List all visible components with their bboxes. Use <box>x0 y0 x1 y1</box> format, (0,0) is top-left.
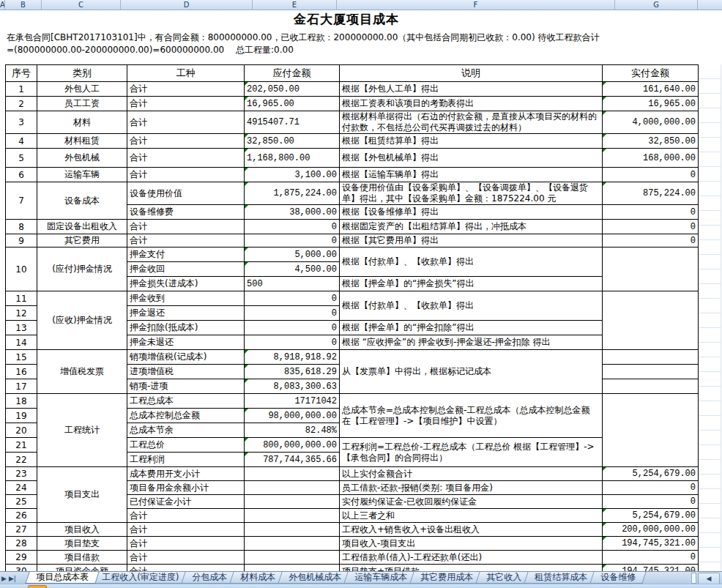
cell-description[interactable]: 根据【运输车辆单】得出 <box>340 168 603 182</box>
column-letter-G[interactable]: G <box>615 0 698 10</box>
cell-row-number[interactable]: 4 <box>6 134 37 149</box>
cell-description[interactable]: 根据【设备维修单】得出 <box>340 205 603 220</box>
cell-amount-payable[interactable]: 82.48% <box>245 423 340 438</box>
cell-worktype[interactable]: 总成本节余 <box>127 423 245 438</box>
cell-amount-paid[interactable]: 0 <box>603 168 699 182</box>
cell-category[interactable]: 设备成本 <box>37 182 127 220</box>
cell-worktype[interactable]: 押金支付 <box>127 248 245 262</box>
cell-row-number[interactable]: 25 <box>6 495 37 509</box>
cell-category[interactable]: 项目支出 <box>37 467 127 523</box>
cell-row-number[interactable]: 22 <box>6 453 37 467</box>
cell-category[interactable]: 员工工资 <box>37 97 127 111</box>
cell-amount-paid[interactable]: 0 <box>603 481 699 495</box>
sheet-tab-项目总成本表[interactable]: 项目总成本表 <box>25 572 99 584</box>
cell-category[interactable]: (应付)押金情况 <box>37 248 127 291</box>
cell-amount-payable[interactable]: 8,918,918.92 <box>245 350 340 365</box>
cell-row-number[interactable]: 14 <box>6 335 37 350</box>
cell-amount-paid[interactable]: 0 <box>603 220 699 234</box>
cell-amount-payable[interactable]: 202,050.00 <box>245 82 340 97</box>
cell-description[interactable]: 项目收入-项目支出 <box>340 537 603 551</box>
cell-row-number[interactable]: 16 <box>6 365 37 379</box>
cell-worktype[interactable]: 合计 <box>127 220 245 234</box>
cell-worktype[interactable]: 进项增值税 <box>127 365 245 379</box>
cell-description[interactable]: 根据【押金单】的“押金损失”得出 <box>340 277 603 291</box>
cell-worktype[interactable]: 工程利润 <box>127 453 245 467</box>
contract-summary-cell[interactable]: 在承包合同[CBHT2017103101]中，有合同金额：800000000.0… <box>5 28 698 64</box>
cell-amount-paid[interactable]: 0 <box>603 205 699 220</box>
cell-amount-payable[interactable]: 4,500.00 <box>245 262 340 277</box>
cell-description[interactable]: 根据【其它费用单】得出 <box>340 234 603 248</box>
cell-amount-payable[interactable]: 0 <box>245 234 340 248</box>
cell-row-number[interactable]: 21 <box>6 438 37 453</box>
cell-worktype[interactable]: 押金收回 <box>127 262 245 277</box>
cell-amount-payable[interactable]: 8,083,300.63 <box>245 379 340 394</box>
tabs-scroll-last-icon[interactable]: ▶| <box>9 575 16 582</box>
cell-category[interactable]: (应收)押金情况 <box>37 291 127 350</box>
cell-worktype[interactable]: 设备维修费 <box>127 205 245 220</box>
cell-amount-payable[interactable]: 98,000,000.00 <box>245 409 340 423</box>
empty-grid-area[interactable] <box>699 64 721 571</box>
cell-row-number[interactable]: 29 <box>6 551 37 565</box>
cell-amount-payable[interactable]: 32,850.00 <box>245 134 340 149</box>
column-letter-A[interactable]: A <box>0 0 5 10</box>
cell-category[interactable]: 其它费用 <box>37 234 127 248</box>
cell-amount-paid[interactable]: 194,745,321.00 <box>603 537 699 551</box>
cell-row-number[interactable]: 20 <box>6 423 37 438</box>
cell-amount-payable[interactable] <box>245 495 340 509</box>
cell-worktype[interactable]: 已付保证金小计 <box>127 495 245 509</box>
cell-amount-payable[interactable]: 835,618.29 <box>245 365 340 379</box>
cell-amount-payable[interactable]: 0 <box>245 321 340 335</box>
cell-worktype[interactable]: 合计 <box>127 537 245 551</box>
cell-worktype[interactable]: 工程总价 <box>127 438 245 453</box>
column-letter-E[interactable]: E <box>253 0 337 10</box>
cell-description[interactable]: 实付履约保证金-已收回履约保证金 <box>340 495 603 509</box>
cell-description[interactable]: 根据【租赁结算单】得出 <box>340 134 603 149</box>
cell-row-number[interactable]: 28 <box>6 537 37 551</box>
hscroll-left-arrow-button[interactable]: ◀ <box>698 573 720 584</box>
cell-description[interactable]: 工程利润=工程总价-工程总成本（工程总价 根据【工程管理】->【承包合同】的合同… <box>340 438 603 467</box>
cell-row-number[interactable]: 11 <box>6 291 37 306</box>
cell-row-number[interactable]: 26 <box>6 509 37 523</box>
cell-amount-paid[interactable]: 5,254,679.00 <box>603 467 699 481</box>
cell-worktype[interactable]: 合计 <box>127 149 245 168</box>
cell-category[interactable]: 外包人工 <box>37 82 127 97</box>
cell-amount-payable[interactable]: 0 <box>245 220 340 234</box>
cell-row-number[interactable]: 3 <box>6 111 37 134</box>
cell-description[interactable]: 从【发票单】中得出，根据标记记成本 <box>340 350 603 394</box>
cell-row-number[interactable]: 1 <box>6 82 37 97</box>
cell-row-number[interactable]: 12 <box>6 306 37 321</box>
cell-amount-payable[interactable]: 4915407.71 <box>245 111 340 134</box>
cell-worktype[interactable]: 工程总成本 <box>127 394 245 409</box>
cell-worktype[interactable]: 项目备用金余额小计 <box>127 481 245 495</box>
table-header-cell-1[interactable]: 类别 <box>37 65 127 82</box>
cell-row-number[interactable]: 6 <box>6 168 37 182</box>
cell-amount-paid[interactable]: 4,000,000.00 <box>603 111 699 134</box>
table-header-cell-5[interactable]: 实付金额 <box>603 65 699 82</box>
cell-category[interactable]: 外包机械 <box>37 149 127 168</box>
cell-amount-payable[interactable]: 0 <box>245 291 340 306</box>
cell-worktype[interactable]: 总成本控制总金额 <box>127 409 245 423</box>
cell-amount-payable[interactable]: 1,875,224.00 <box>245 182 340 205</box>
cell-amount-payable[interactable]: 800,000,000.00 <box>245 438 340 453</box>
cell-worktype[interactable]: 合计 <box>127 82 245 97</box>
cell-description[interactable]: 工程收入+销售收入+设备出租收入 <box>340 523 603 537</box>
cell-worktype[interactable]: 押金扣除(抵成本) <box>127 321 245 335</box>
cell-description[interactable]: 根据【押金单】的“押金扣除”得出 <box>340 321 603 335</box>
cell-row-number[interactable]: 18 <box>6 394 37 409</box>
cell-worktype[interactable]: 合计 <box>127 134 245 149</box>
cell-amount-payable[interactable]: 3,100.00 <box>245 168 340 182</box>
cell-worktype[interactable]: 押金损失(进成本) <box>127 277 245 291</box>
cell-amount-payable[interactable]: 16,965.00 <box>245 97 340 111</box>
cell-amount-payable[interactable] <box>245 481 340 495</box>
cell-category[interactable]: 固定设备出租收入 <box>37 220 127 234</box>
cell-description[interactable]: 总成本节余=总成本控制总金额-工程总成本（总成本控制总金额 在【工程管理】->【… <box>340 394 603 438</box>
cell-worktype[interactable]: 销项-进项 <box>127 379 245 394</box>
cell-worktype[interactable]: 合计 <box>127 97 245 111</box>
cell-worktype[interactable]: 押金未退还 <box>127 335 245 350</box>
cell-row-number[interactable]: 10 <box>6 248 37 291</box>
cell-row-number[interactable]: 17 <box>6 379 37 394</box>
cell-row-number[interactable]: 13 <box>6 321 37 335</box>
cell-amount-payable[interactable]: 5,000.00 <box>245 248 340 262</box>
cell-worktype[interactable]: 合计 <box>127 111 245 134</box>
cell-amount-paid[interactable]: 168,000.00 <box>603 149 699 168</box>
